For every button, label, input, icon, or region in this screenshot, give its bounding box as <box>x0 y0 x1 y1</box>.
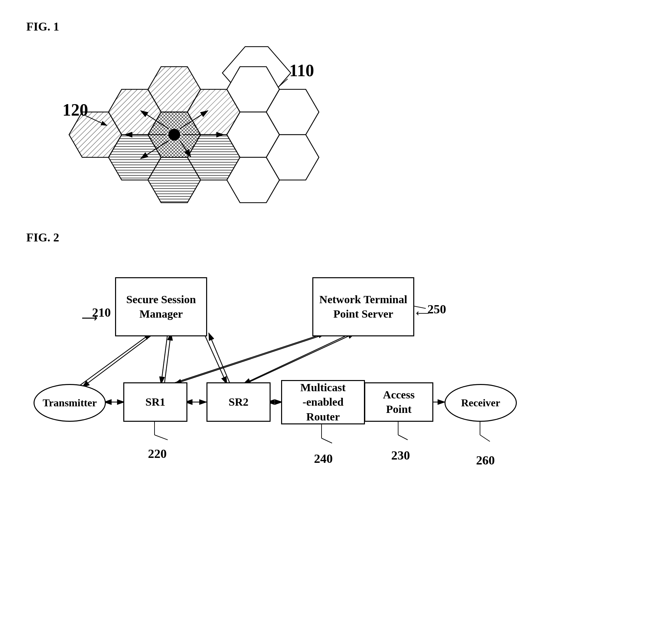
svg-line-44 <box>204 333 227 384</box>
ap-label: AccessPoint <box>383 387 414 417</box>
ssm-box: Secure SessionManager <box>115 277 207 336</box>
fig1-label: FIG. 1 <box>26 20 646 33</box>
ref-210-arrow: ⟶ <box>81 311 98 324</box>
page: FIG. 1 <box>0 0 672 631</box>
svg-line-41 <box>77 333 151 387</box>
router-label: Multicast-enabledRouter <box>301 380 346 424</box>
ref-250: 250 <box>427 302 446 316</box>
transmitter-ellipse: Transmitter <box>33 384 106 422</box>
sr1-box: SR1 <box>123 382 187 422</box>
ap-box: AccessPoint <box>364 382 433 422</box>
svg-line-59 <box>480 435 490 441</box>
fig1-container: // This won't execute in SVG context, us… <box>53 40 349 211</box>
svg-line-47 <box>171 333 326 384</box>
svg-line-40 <box>82 333 154 387</box>
transmitter-label: Transmitter <box>43 397 97 409</box>
svg-line-43 <box>164 333 171 384</box>
svg-line-49 <box>245 333 355 384</box>
ref-250-arrow: ⟵ <box>416 308 429 319</box>
router-box: Multicast-enabledRouter <box>281 380 365 424</box>
svg-line-46 <box>174 333 329 384</box>
fig2-label: FIG. 2 <box>26 231 646 244</box>
ntps-box: Network TerminalPoint Server <box>312 277 414 336</box>
ssm-label: Secure SessionManager <box>126 292 196 321</box>
sr1-label: SR1 <box>145 395 165 409</box>
svg-text:120: 120 <box>63 101 88 119</box>
sr2-box: SR2 <box>207 382 270 422</box>
svg-line-48 <box>243 333 352 384</box>
svg-line-53 <box>154 435 168 440</box>
fig1-svg: // This won't execute in SVG context, us… <box>53 40 349 211</box>
sr2-label: SR2 <box>229 395 248 409</box>
svg-point-19 <box>168 129 180 141</box>
ref-230: 230 <box>391 448 410 462</box>
svg-line-55 <box>321 438 332 443</box>
receiver-ellipse: Receiver <box>445 384 517 422</box>
svg-line-42 <box>161 333 168 384</box>
ref-220: 220 <box>148 447 167 461</box>
svg-line-57 <box>398 435 408 440</box>
ntps-label: Network TerminalPoint Server <box>319 292 407 321</box>
svg-line-45 <box>209 333 230 384</box>
svg-text:110: 110 <box>289 61 314 80</box>
receiver-label: Receiver <box>461 397 500 409</box>
fig2-diagram: Secure SessionManager Network TerminalPo… <box>26 251 651 474</box>
ref-260: 260 <box>476 453 495 468</box>
ref-240: 240 <box>314 451 333 466</box>
